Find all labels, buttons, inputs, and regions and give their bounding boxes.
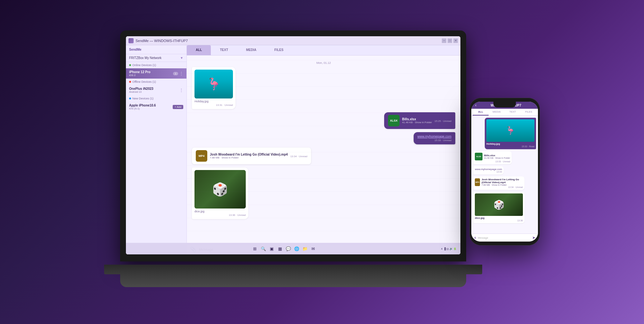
phone-message-dice: 🎲 dice.jpg 13:36 <box>473 192 524 223</box>
taskbar-files-icon[interactable]: ▣ <box>268 245 275 252</box>
message-bubble: 🦩 Holiday.jpg 13:31 · Unread <box>192 67 235 109</box>
phone-tab-media[interactable]: MEDIA <box>489 109 505 115</box>
phone-file-meta: 41.90 KB · Show in Folder <box>484 157 510 159</box>
new-dot-icon <box>129 98 131 99</box>
phone-tab-text[interactable]: TEXT <box>505 109 521 115</box>
network-name: FRITZBox My Network <box>129 56 180 60</box>
phone-screen: ‹ WINDOWS-ITHFUP7 ALL MEDIA TEXT FILES 🦩… <box>471 102 538 242</box>
message-filename: Holiday.jpg <box>194 100 233 103</box>
file-info: Bills.xlsx 41.46 KB · Show in Folder <box>402 117 432 124</box>
flamingo-icon: 🦩 <box>207 77 221 91</box>
phone-dice-visual: 🎲 <box>475 193 523 216</box>
add-device-button[interactable]: + Add <box>173 105 183 109</box>
file-meta: 41.46 KB · Show in Folder <box>402 121 432 124</box>
phone-file-name: dice.jpg <box>475 217 523 219</box>
window-titlebar: SendMe — WINDOWS-ITHFUP7 ─ □ ✕ <box>126 36 460 45</box>
file-meta: 7.88 MB · Show in Folder <box>210 156 288 159</box>
minimize-button[interactable]: ─ <box>442 38 446 43</box>
phone-xlsx-icon: XLSX <box>475 153 483 160</box>
phone-link-text[interactable]: www.myhomepage.com <box>475 168 502 171</box>
taskbar-system-tray: ∧ ▐ ))) 🔊 🔋 <box>441 247 457 250</box>
file-info: Josh Woodward I'm Letting Go (Official V… <box>210 153 288 159</box>
system-tray-icons: ∧ ▐ ))) 🔊 🔋 <box>441 247 457 250</box>
message-bubble-link: www.myhomepage.com 15:33 · Unread <box>414 132 455 144</box>
phone-file-row: XLSX Bills.xlsx 41.90 KB · Show in Folde… <box>475 153 510 160</box>
app-body: SendMe FRITZBox My Network ▼ Online Devi… <box>126 45 460 254</box>
phone-message-bills: XLSX Bills.xlsx 41.90 KB · Show in Folde… <box>473 151 512 164</box>
close-button[interactable]: ✕ <box>453 38 458 43</box>
network-arrow-icon: ▼ <box>180 56 183 60</box>
message-time: 15:33 · Unread <box>417 139 451 142</box>
date-divider: Mon, 01.12 <box>192 61 455 64</box>
tab-all[interactable]: ALL <box>187 45 211 55</box>
phone-input-placeholder[interactable]: Message <box>478 236 531 239</box>
phone: ‹ WINDOWS-ITHFUP7 ALL MEDIA TEXT FILES 🦩… <box>469 98 540 245</box>
phone-back-icon[interactable]: ‹ <box>475 103 476 107</box>
message-sent-link: www.myhomepage.com 15:33 · Unread <box>192 132 455 144</box>
phone-messages: 🦩 Holiday.jpg 15:33 · Read XLSX Bills.xl… <box>471 116 538 234</box>
taskbar-explorer-icon[interactable]: 📁 <box>302 245 308 252</box>
phone-tab-all[interactable]: ALL <box>473 109 489 115</box>
taskbar: ⊞ 🔍 ▣ ▦ 💬 🌐 📁 ✉ ∧ ▐ ))) 🔊 🔋 <box>126 243 460 254</box>
phone-send-icon[interactable]: ➤ <box>532 235 535 240</box>
device-item-oneplus[interactable]: OnePlus iN2023 Android 13 ⋮ <box>126 85 186 95</box>
maximize-button[interactable]: □ <box>448 38 452 43</box>
phone-dice-image[interactable]: 🎲 <box>475 193 523 216</box>
message-received-holiday: 🦩 Holiday.jpg 13:31 · Unread <box>192 67 455 109</box>
message-sent-bills: XLSX Bills.xlsx 41.46 KB · Show in Folde… <box>192 112 455 129</box>
taskbar-edge-icon[interactable]: 🌐 <box>293 245 300 252</box>
chat-messages: Mon, 01.12 🦩 Holiday.jpg <box>187 55 460 244</box>
dice-image[interactable]: 🎲 <box>194 170 246 209</box>
new-devices-label: New Devices (1) <box>126 95 186 102</box>
holiday-image[interactable]: 🦩 <box>194 70 233 98</box>
tab-files[interactable]: FILES <box>265 45 292 55</box>
device-name: OnePlus iN2023 <box>129 87 178 90</box>
device-sub: iOS (S.1) <box>129 107 171 110</box>
phone-message-time: 13:34 · Unread <box>475 186 523 188</box>
device-info: iPhone 12 Pro iOS 2 <box>129 70 172 77</box>
tab-text[interactable]: TEXT <box>211 45 237 55</box>
message-time: 15:25 · Unread <box>434 120 451 123</box>
phone-message-holiday: 🦩 Holiday.jpg 15:33 · Read <box>485 118 536 149</box>
taskbar-widgets-icon[interactable]: ▦ <box>277 245 283 252</box>
device-item-apple-iphone[interactable]: Apple iPhone10.6 iOS (S.1) + Add <box>126 102 186 112</box>
phone-add-icon[interactable]: + <box>474 235 476 240</box>
phone-message-time: 15:33 · Read <box>486 145 534 148</box>
message-received-dice: 🎲 dice.jpg 13:36 · Unread <box>192 167 455 219</box>
taskbar-search-icon[interactable]: 🔍 <box>260 245 267 252</box>
sidebar-network[interactable]: FRITZBox My Network ▼ <box>126 54 186 62</box>
phone-file-name: Holiday.jpg <box>486 142 534 145</box>
device-info: Apple iPhone10.6 iOS (S.1) <box>129 104 171 110</box>
message-bubble-file: MP4 Josh Woodward I'm Letting Go (Offici… <box>192 148 311 164</box>
offline-dot-icon <box>129 81 131 83</box>
taskbar-chat-icon[interactable]: 💬 <box>285 245 292 252</box>
phone-file-row: MP4 Josh Woodward I'm Letting Go (Offici… <box>475 178 523 186</box>
device-menu-icon[interactable]: ⋮ <box>179 88 183 92</box>
phone-flamingo-visual: 🦩 <box>486 119 534 142</box>
laptop-base <box>104 265 482 274</box>
phone-input-bar: + Message ➤ <box>471 234 538 242</box>
sidebar: SendMe FRITZBox My Network ▼ Online Devi… <box>126 45 187 254</box>
message-bubble: 🎲 dice.jpg 13:36 · Unread <box>192 167 248 219</box>
taskbar-start-icon[interactable]: ⊞ <box>252 245 258 252</box>
phone-message-mp4: MP4 Josh Woodward I'm Letting Go (Offici… <box>473 176 524 190</box>
mp4-icon: MP4 <box>196 150 207 162</box>
message-time: 13:36 · Unread <box>194 214 246 217</box>
link-text[interactable]: www.myhomepage.com <box>417 135 451 138</box>
device-name: Apple iPhone10.6 <box>129 104 171 107</box>
phone-message-time: 13:33 <box>475 171 502 173</box>
chat-area: ALL TEXT MEDIA FILES Mon, 01.12 <box>187 45 460 254</box>
phone-message-time: 13:36 <box>475 219 523 222</box>
device-menu-icon[interactable]: ⋮ <box>179 71 183 76</box>
phone-tab-files[interactable]: FILES <box>521 109 537 115</box>
tab-media[interactable]: MEDIA <box>237 45 265 55</box>
laptop-foot <box>120 274 466 287</box>
taskbar-mail-icon[interactable]: ✉ <box>310 245 317 252</box>
phone-holiday-image[interactable]: 🦩 <box>486 119 534 142</box>
xlsx-icon: XLSX <box>388 115 400 126</box>
device-sub: Android 13 <box>129 90 178 93</box>
phone-message-time: 13:33 · Unread <box>475 160 510 163</box>
dice-visual: 🎲 <box>194 170 246 209</box>
device-item-iphone12pro[interactable]: iPhone 12 Pro iOS 2 1 ⋮ <box>126 68 186 79</box>
phone-body: ‹ WINDOWS-ITHFUP7 ALL MEDIA TEXT FILES 🦩… <box>469 98 540 245</box>
